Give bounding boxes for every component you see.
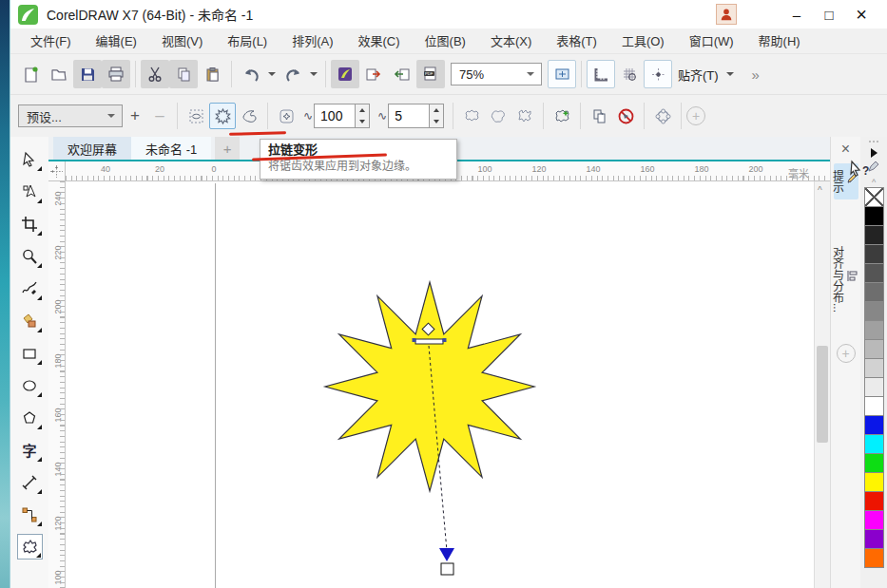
- toolbar-overflow-button[interactable]: »: [752, 66, 760, 83]
- menu-item-9[interactable]: 工具(O): [609, 28, 677, 54]
- vertical-scrollbar[interactable]: ^: [814, 181, 830, 588]
- crop-tool[interactable]: [17, 211, 43, 237]
- twister-distortion-button[interactable]: [236, 103, 262, 129]
- slider-left-node[interactable]: [413, 338, 416, 342]
- frequency-spin-arrows[interactable]: [430, 104, 444, 128]
- menu-item-10[interactable]: 窗口(W): [677, 28, 746, 54]
- menu-item-0[interactable]: 文件(F): [18, 28, 84, 54]
- palette-flyout-arrow[interactable]: [871, 148, 877, 158]
- menu-item-5[interactable]: 效果(C): [346, 28, 413, 54]
- rectangle-tool[interactable]: [17, 340, 43, 366]
- snap-options-button[interactable]: [644, 60, 672, 88]
- smooth-distortion-button[interactable]: [485, 103, 511, 129]
- add-preset-button[interactable]: +: [123, 104, 147, 128]
- freehand-tool[interactable]: [17, 275, 43, 301]
- undo-dropdown-arrow[interactable]: [268, 72, 276, 76]
- color-swatch-yellow[interactable]: [864, 472, 884, 492]
- amplitude-value[interactable]: 100: [314, 104, 356, 128]
- color-swatch-cyan[interactable]: [864, 434, 884, 454]
- color-swatch-40-black[interactable]: [864, 320, 884, 340]
- menu-item-11[interactable]: 帮助(H): [746, 28, 813, 54]
- docker-close-button[interactable]: ×: [831, 137, 860, 161]
- zoom-level-combobox[interactable]: 75%: [451, 63, 542, 85]
- tab-welcome-screen[interactable]: 欢迎屏幕: [53, 137, 131, 160]
- maximize-button[interactable]: □: [813, 3, 845, 26]
- account-sign-in-button[interactable]: [716, 4, 737, 25]
- random-distortion-button[interactable]: [458, 103, 485, 129]
- color-swatch-70-black[interactable]: [864, 263, 884, 283]
- quick-customize-docker-button[interactable]: +: [837, 344, 856, 363]
- new-tab-button[interactable]: +: [215, 137, 240, 160]
- canvas-drawing[interactable]: [66, 181, 814, 587]
- color-swatch-purple[interactable]: [864, 529, 884, 549]
- star-shape[interactable]: [325, 282, 534, 491]
- print-button[interactable]: [102, 60, 130, 88]
- color-swatch-30-black[interactable]: [864, 339, 884, 359]
- undo-button[interactable]: [237, 60, 265, 88]
- color-swatch-50-black[interactable]: [864, 301, 884, 321]
- distort-tool[interactable]: [17, 534, 43, 560]
- distortion-arrow-head[interactable]: [439, 548, 454, 561]
- color-swatch-10-black[interactable]: [864, 377, 884, 397]
- tab-untitled-1[interactable]: 未命名 -1: [131, 137, 211, 160]
- full-screen-preview-button[interactable]: [548, 60, 576, 88]
- show-grid-button[interactable]: [615, 60, 644, 88]
- minimize-button[interactable]: –: [781, 3, 813, 26]
- distortion-slider-bar[interactable]: [415, 339, 443, 344]
- menu-item-7[interactable]: 文本(X): [478, 28, 544, 54]
- import-button[interactable]: [388, 60, 416, 88]
- menu-item-6[interactable]: 位图(B): [413, 28, 478, 54]
- amplitude-spin-arrows[interactable]: [356, 104, 370, 128]
- color-swatch-green[interactable]: [864, 453, 884, 473]
- parallel-dimension-tool[interactable]: [17, 469, 43, 495]
- snap-to-dropdown[interactable]: 贴齐(T): [672, 66, 742, 84]
- ruler-origin-button[interactable]: [48, 161, 66, 181]
- redo-dropdown-arrow[interactable]: [310, 72, 318, 76]
- scrollbar-thumb[interactable]: [817, 346, 828, 443]
- zipper-amplitude-spinner[interactable]: ∿ 100: [303, 104, 370, 128]
- text-tool[interactable]: 字: [17, 437, 43, 463]
- new-distortion-button[interactable]: [549, 103, 575, 129]
- redo-button[interactable]: [279, 60, 307, 88]
- color-swatch-60-black[interactable]: [864, 282, 884, 302]
- cut-button[interactable]: [141, 60, 169, 88]
- export-button[interactable]: [359, 60, 388, 88]
- slider-right-node[interactable]: [443, 338, 447, 342]
- color-swatch-20-black[interactable]: [864, 358, 884, 378]
- polygon-tool[interactable]: [17, 405, 43, 430]
- search-content-button[interactable]: [331, 60, 359, 88]
- menu-item-4[interactable]: 排列(A): [280, 28, 345, 54]
- palette-grip[interactable]: [869, 139, 878, 144]
- local-distortion-button[interactable]: [511, 103, 538, 129]
- docker-tab-align-distribute[interactable]: 对齐与分布...: [834, 239, 858, 319]
- zipper-frequency-spinner[interactable]: ∿ 5: [377, 104, 444, 128]
- color-swatch-none[interactable]: [864, 187, 884, 207]
- ellipse-tool[interactable]: [17, 372, 43, 398]
- color-swatch-orange[interactable]: [864, 548, 884, 568]
- center-distortion-button[interactable]: [649, 103, 676, 129]
- save-button[interactable]: [73, 60, 102, 88]
- push-pull-distortion-button[interactable]: [183, 103, 209, 129]
- menu-item-2[interactable]: 视图(V): [149, 28, 215, 54]
- clear-distortion-button[interactable]: [612, 103, 639, 129]
- color-swatch-black[interactable]: [864, 206, 884, 226]
- menu-item-8[interactable]: 表格(T): [544, 28, 609, 54]
- zoom-tool[interactable]: [17, 243, 43, 269]
- show-rulers-button[interactable]: [587, 60, 615, 88]
- scroll-up-arrow[interactable]: ^: [818, 185, 822, 196]
- menu-item-3[interactable]: 布局(L): [215, 28, 280, 54]
- color-swatch-red[interactable]: [864, 491, 884, 511]
- close-button[interactable]: ×: [845, 3, 877, 26]
- drawing-canvas[interactable]: [66, 181, 814, 588]
- distortion-end-handle[interactable]: [441, 563, 453, 575]
- color-swatch-magenta[interactable]: [864, 510, 884, 530]
- connector-tool[interactable]: [17, 502, 43, 527]
- publish-to-pdf-button[interactable]: PDF: [416, 60, 445, 88]
- color-swatch-90-black[interactable]: [864, 225, 884, 245]
- shape-tool[interactable]: [17, 179, 43, 204]
- vertical-ruler[interactable]: 240220200180160140120100: [48, 181, 66, 588]
- menu-item-1[interactable]: 编辑(E): [84, 28, 149, 54]
- copy-distortion-button[interactable]: [586, 103, 612, 129]
- new-document-button[interactable]: [16, 60, 45, 88]
- color-swatch-blue[interactable]: [864, 415, 884, 435]
